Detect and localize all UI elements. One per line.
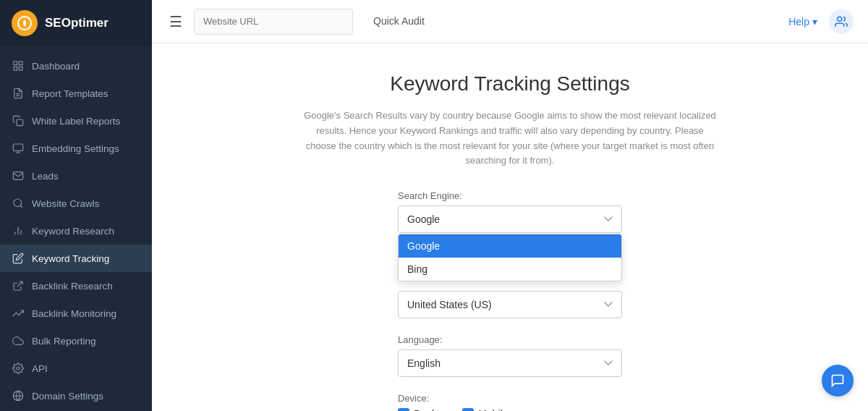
sidebar-item-dashboard-label: Dashboard <box>32 61 80 72</box>
mail-icon <box>12 169 25 182</box>
main-area: ☰ Quick Audit Help ▾ Keyword Tracking Se… <box>152 0 868 411</box>
language-select[interactable]: English <box>398 349 622 377</box>
svg-rect-1 <box>14 62 17 65</box>
language-section: Language: English <box>398 334 622 377</box>
svg-rect-7 <box>17 119 23 126</box>
page-description: Google's Search Results vary by country … <box>300 109 720 169</box>
device-section: Device: ✓ Desktop ✓ Mobile <box>398 393 622 411</box>
help-button[interactable]: Help ▾ <box>788 16 817 27</box>
sidebar-item-report-templates[interactable]: Report Templates <box>0 80 152 107</box>
desktop-option[interactable]: ✓ Desktop <box>398 408 451 411</box>
sidebar-item-leads[interactable]: Leads <box>0 162 152 190</box>
mobile-label: Mobile <box>478 408 508 411</box>
search-engine-dropdown[interactable]: Google Bing <box>398 234 622 281</box>
content-area: Keyword Tracking Settings Google's Searc… <box>152 43 868 411</box>
sidebar-item-keyword-tracking-label: Keyword Tracking <box>32 253 109 264</box>
dropdown-option-bing[interactable]: Bing <box>399 258 621 281</box>
desktop-label: Desktop <box>414 408 451 411</box>
mobile-checkbox[interactable]: ✓ <box>462 408 474 411</box>
search-engine-select[interactable]: Google Bing <box>398 206 622 233</box>
country-select[interactable]: United States (US) <box>398 291 622 318</box>
grid-icon <box>12 59 25 72</box>
svg-point-11 <box>14 199 22 207</box>
sidebar-navigation: Dashboard Report Templates White Label R… <box>0 46 152 411</box>
sidebar-logo: SEOptimer <box>0 0 152 46</box>
menu-toggle-button[interactable]: ☰ <box>166 10 185 33</box>
svg-rect-2 <box>19 62 22 65</box>
sidebar-item-keyword-research-label: Keyword Research <box>32 226 114 237</box>
sidebar: SEOptimer Dashboard Report Templates Whi… <box>0 0 152 411</box>
sidebar-item-dashboard[interactable]: Dashboard <box>0 52 152 80</box>
sidebar-item-website-crawls-label: Website Crawls <box>32 198 100 209</box>
help-label: Help <box>788 16 809 27</box>
search-engine-section: Search Engine: Google Bing Google Bing U… <box>398 190 622 318</box>
sidebar-item-leads-label: Leads <box>32 171 59 182</box>
website-url-input[interactable] <box>194 9 353 35</box>
logo-text: SEOptimer <box>45 16 109 30</box>
trending-up-icon <box>12 307 25 320</box>
svg-line-16 <box>17 281 22 287</box>
sidebar-item-website-crawls[interactable]: Website Crawls <box>0 190 152 217</box>
monitor-icon <box>12 142 25 155</box>
svg-line-12 <box>20 206 22 208</box>
mobile-option[interactable]: ✓ Mobile <box>462 408 508 411</box>
country-section: United States (US) <box>398 291 622 318</box>
sidebar-item-api-label: API <box>32 363 48 374</box>
topbar: ☰ Quick Audit Help ▾ <box>152 0 868 43</box>
search-engine-label: Search Engine: <box>398 190 622 201</box>
sidebar-item-report-templates-label: Report Templates <box>32 88 109 99</box>
svg-rect-3 <box>14 67 17 70</box>
sidebar-item-backlink-monitoring-label: Backlink Monitoring <box>32 308 116 319</box>
sidebar-item-embedding[interactable]: Embedding Settings <box>0 135 152 162</box>
copy-icon <box>12 114 25 127</box>
device-options: ✓ Desktop ✓ Mobile <box>398 408 622 411</box>
quick-audit-tab[interactable]: Quick Audit <box>362 9 436 34</box>
logo-icon <box>12 10 38 36</box>
help-chevron-icon: ▾ <box>812 16 817 27</box>
sidebar-item-embedding-label: Embedding Settings <box>32 143 119 154</box>
users-icon-button[interactable] <box>829 9 854 34</box>
sidebar-item-backlink-research[interactable]: Backlink Research <box>0 272 152 300</box>
edit-icon <box>12 252 25 265</box>
sidebar-item-bulk-reporting-label: Bulk Reporting <box>32 336 96 347</box>
chat-bubble-button[interactable] <box>822 365 854 397</box>
sidebar-item-domain-settings-label: Domain Settings <box>32 391 103 402</box>
topbar-right: Help ▾ <box>788 9 854 34</box>
sidebar-item-keyword-research[interactable]: Keyword Research <box>0 217 152 245</box>
sidebar-item-bulk-reporting[interactable]: Bulk Reporting <box>0 327 152 355</box>
desktop-checkbox[interactable]: ✓ <box>398 408 409 411</box>
svg-rect-8 <box>13 144 22 151</box>
bar-chart-icon <box>12 224 25 237</box>
sidebar-item-api[interactable]: API <box>0 355 152 382</box>
dropdown-option-google[interactable]: Google <box>399 234 621 258</box>
settings-icon <box>12 362 25 375</box>
svg-point-20 <box>838 17 842 21</box>
globe-icon <box>12 389 25 402</box>
sidebar-item-white-label[interactable]: White Label Reports <box>0 107 152 135</box>
language-label: Language: <box>398 334 622 345</box>
search-icon <box>12 197 25 210</box>
file-text-icon <box>12 87 25 100</box>
device-label: Device: <box>398 393 622 404</box>
sidebar-item-backlink-monitoring[interactable]: Backlink Monitoring <box>0 300 152 327</box>
sidebar-item-domain-settings[interactable]: Domain Settings <box>0 382 152 410</box>
sidebar-item-keyword-tracking[interactable]: Keyword Tracking <box>0 245 152 272</box>
sidebar-item-white-label-label: White Label Reports <box>32 116 120 127</box>
svg-rect-4 <box>19 67 22 70</box>
page-title: Keyword Tracking Settings <box>390 72 630 96</box>
svg-point-17 <box>17 367 20 370</box>
cloud-icon <box>12 334 25 347</box>
external-link-icon <box>12 279 25 292</box>
sidebar-item-backlink-research-label: Backlink Research <box>32 281 113 292</box>
